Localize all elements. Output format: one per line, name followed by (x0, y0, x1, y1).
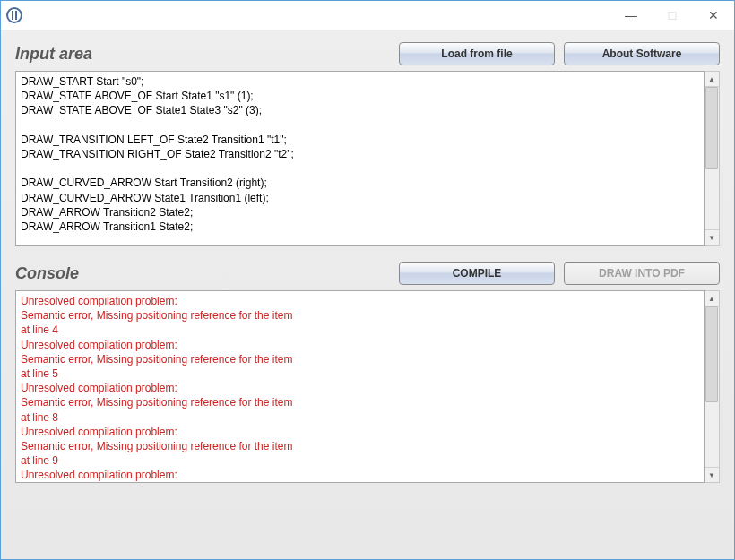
console-line: Unresolved compilation problem: (21, 425, 699, 439)
console-line: Semantic error, Missing positioning refe… (21, 395, 699, 409)
compile-button[interactable]: COMPILE (399, 262, 555, 285)
close-button[interactable]: ✕ (693, 1, 734, 30)
console-scrollbar[interactable]: ▲ ▼ (705, 290, 720, 483)
scroll-up-icon[interactable]: ▲ (705, 291, 719, 306)
console-line: at line 8 (21, 410, 699, 425)
console-line: at line 9 (21, 453, 699, 468)
scroll-down-icon[interactable]: ▼ (705, 229, 719, 245)
console-line: Semantic error, Missing positioning refe… (21, 352, 699, 366)
console-line: Unresolved compilation problem: (21, 338, 699, 352)
scroll-thumb[interactable] (705, 306, 718, 402)
input-area-title: Input area (15, 45, 92, 64)
console-output[interactable]: Unresolved compilation problem:Semantic … (15, 290, 705, 483)
app-window: — □ ✕ Input area Load from file About So… (0, 0, 735, 560)
console-line: Unresolved compilation problem: (21, 381, 699, 395)
console-title: Console (15, 264, 79, 283)
console-line: at line 5 (21, 366, 699, 381)
about-software-button[interactable]: About Software (564, 42, 720, 65)
input-panel-wrap: DRAW_START Start "s0"; DRAW_STATE ABOVE_… (15, 71, 720, 246)
input-code-area[interactable]: DRAW_START Start "s0"; DRAW_STATE ABOVE_… (15, 71, 705, 246)
scroll-track[interactable] (705, 87, 719, 229)
load-from-file-button[interactable]: Load from file (399, 42, 555, 65)
window-controls: — □ ✕ (610, 1, 734, 30)
draw-into-pdf-button: DRAW INTO PDF (564, 262, 720, 285)
client-area: Input area Load from file About Software… (1, 30, 734, 559)
maximize-button[interactable]: □ (652, 1, 693, 30)
input-scrollbar[interactable]: ▲ ▼ (705, 71, 720, 246)
scroll-track[interactable] (705, 306, 719, 467)
console-line: Semantic error, Missing positioning refe… (21, 308, 699, 323)
console-line: Semantic error, Missing positioning refe… (21, 439, 699, 453)
console-line: Unresolved compilation problem: (21, 294, 699, 308)
console-header: Console COMPILE DRAW INTO PDF (15, 262, 720, 285)
console-panel-wrap: Unresolved compilation problem:Semantic … (15, 290, 720, 483)
titlebar: — □ ✕ (1, 1, 734, 30)
console-line: Unresolved compilation problem: (21, 468, 699, 482)
minimize-button[interactable]: — (610, 1, 652, 30)
scroll-down-icon[interactable]: ▼ (705, 467, 719, 482)
input-header: Input area Load from file About Software (15, 42, 720, 65)
app-icon (6, 7, 22, 23)
scroll-up-icon[interactable]: ▲ (705, 72, 719, 87)
scroll-thumb[interactable] (705, 87, 718, 169)
console-line: at line 4 (21, 323, 699, 337)
